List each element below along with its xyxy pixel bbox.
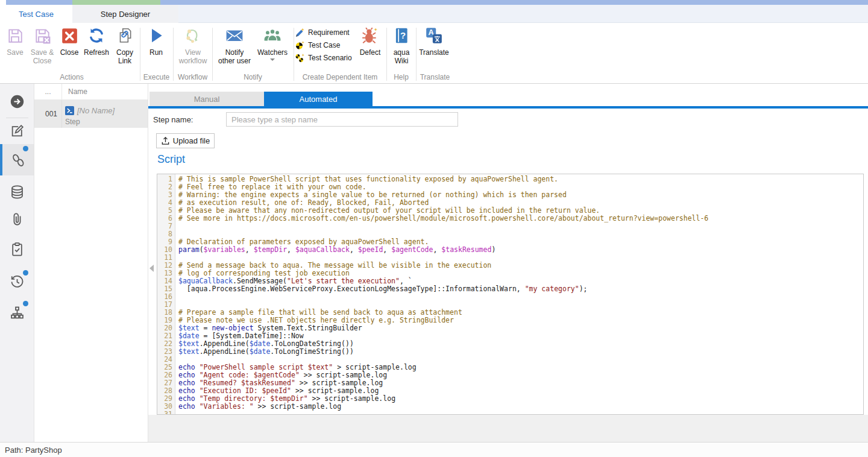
save-and-close-button[interactable]: Save &Close	[28, 27, 57, 65]
refresh-button[interactable]: Refresh	[82, 27, 111, 57]
sidebar-item-data[interactable]	[0, 178, 34, 205]
tab-manual[interactable]: Manual	[149, 92, 264, 106]
group-label-execute: Execute	[140, 73, 173, 81]
script-editor[interactable]: 1# This is sample PowerShell script that…	[157, 174, 864, 415]
group-label-help: Help	[386, 73, 416, 81]
aqua-wiki-button[interactable]: ? aquaWiki	[389, 27, 414, 65]
title-strip-white	[0, 0, 6, 5]
upload-file-button[interactable]: Upload file	[156, 133, 215, 148]
steps-footprints-icon	[10, 151, 27, 168]
step-row-type: Step	[65, 118, 80, 126]
hierarchy-badge	[23, 301, 28, 306]
envelope-icon	[215, 27, 254, 48]
sidebar-item-hierarchy[interactable]	[0, 299, 34, 326]
main-content: Manual Automated Step name: Upload file …	[148, 84, 868, 442]
step-row-number: 001	[34, 100, 62, 128]
create-test-case-button[interactable]: Test Case	[295, 40, 340, 51]
create-requirement-button[interactable]: Requirement	[295, 27, 350, 38]
close-button[interactable]: Close	[58, 27, 81, 57]
group-label-workflow: Workflow	[173, 73, 212, 81]
run-icon	[143, 27, 169, 48]
window-tabbar: Test Case Step Designer	[0, 5, 868, 23]
steps-badge	[23, 146, 28, 151]
defect-button[interactable]: Defect	[356, 27, 384, 57]
view-workflow-icon	[175, 27, 210, 48]
save-button[interactable]: Save	[4, 27, 27, 57]
edit-icon	[9, 123, 25, 139]
tab-accent-bar	[148, 106, 868, 109]
test-scenario-icon	[295, 53, 305, 63]
ribbon: Save Save &Close Close Refresh CopyLink …	[0, 23, 868, 84]
title-strip-green-accent	[72, 0, 160, 5]
hierarchy-icon	[9, 304, 25, 321]
tab-step-designer[interactable]: Step Designer	[72, 5, 178, 23]
clipboard-check-icon	[9, 241, 25, 257]
paperclip-icon	[9, 211, 25, 227]
column-name[interactable]: Name	[68, 87, 87, 96]
view-workflow-button[interactable]: Viewworkflow	[175, 27, 210, 65]
watchers-button[interactable]: Watchers	[255, 27, 290, 61]
breadcrumb-path: Path: PartyShop	[5, 446, 62, 455]
tab-automated[interactable]: Automated	[264, 92, 373, 106]
refresh-icon	[82, 27, 111, 48]
sidebar-item-history[interactable]	[0, 268, 34, 295]
copy-link-button[interactable]: CopyLink	[112, 27, 137, 65]
defect-bug-icon	[356, 27, 384, 48]
sidebar-item-navigate[interactable]	[0, 88, 34, 115]
panel-collapse-arrow-icon[interactable]	[149, 265, 154, 272]
step-row-name: [No Name]	[77, 106, 115, 115]
group-label-notify: Notify	[212, 73, 294, 81]
step-row[interactable]: 001 [No Name] Step	[34, 100, 148, 128]
database-icon	[9, 184, 25, 200]
create-test-scenario-button[interactable]: Test Scenario	[295, 52, 352, 63]
group-label-translate: Translate	[416, 73, 454, 81]
sidebar-item-edit[interactable]	[0, 118, 34, 144]
step-list-header: ... Name	[34, 84, 148, 100]
wiki-book-icon: ?	[389, 27, 414, 48]
close-icon	[58, 27, 81, 48]
run-button[interactable]: Run	[143, 27, 169, 57]
group-label-create-dependent-item: Create Dependent Item	[294, 73, 386, 81]
sidebar-item-steps[interactable]	[0, 144, 34, 175]
script-editor-code: 1# This is sample PowerShell script that…	[157, 175, 863, 415]
step-name-label: Step name:	[153, 115, 193, 124]
requirement-icon	[295, 28, 305, 37]
group-label-actions: Actions	[4, 73, 140, 81]
notify-other-user-button[interactable]: Notifyother user	[215, 27, 254, 65]
save-and-close-icon	[28, 27, 57, 48]
svg-text:?: ?	[400, 30, 406, 40]
translate-button[interactable]: A Translate	[417, 27, 451, 57]
watchers-icon	[255, 27, 290, 48]
powershell-icon	[65, 106, 74, 115]
watchers-dropdown-caret[interactable]	[270, 58, 275, 61]
history-badge	[23, 270, 28, 276]
translate-icon: A	[417, 27, 451, 48]
circle-arrow-icon	[9, 93, 25, 110]
test-case-icon	[295, 40, 305, 50]
title-strip	[0, 0, 868, 5]
column-options[interactable]: ...	[34, 84, 62, 99]
save-icon	[4, 27, 27, 48]
sidebar-item-attachments[interactable]	[0, 206, 34, 232]
step-list-panel: ... Name 001 [No Name] Step	[34, 84, 148, 442]
copy-link-icon	[112, 27, 137, 48]
tab-test-case[interactable]: Test Case	[0, 5, 72, 23]
upload-icon	[161, 136, 170, 145]
sidebar-item-checklist[interactable]	[0, 236, 34, 262]
history-icon	[9, 274, 25, 290]
step-name-input[interactable]	[226, 112, 458, 127]
status-bar: Path: PartyShop	[0, 442, 868, 457]
script-heading: Script	[157, 153, 185, 166]
left-iconbar	[0, 84, 34, 442]
